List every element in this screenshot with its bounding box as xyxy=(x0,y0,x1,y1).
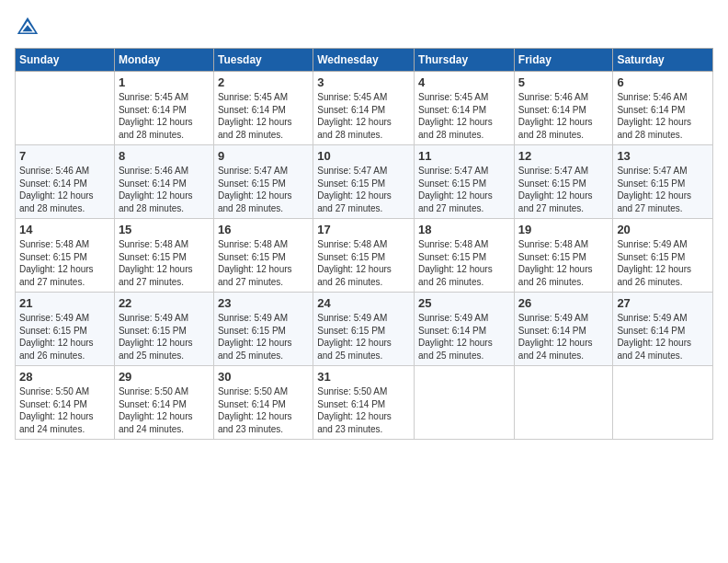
day-number: 27 xyxy=(617,296,709,310)
calendar-cell xyxy=(514,366,613,440)
calendar-cell xyxy=(415,366,515,440)
day-number: 10 xyxy=(317,149,410,163)
day-info: Sunrise: 5:46 AM Sunset: 6:14 PM Dayligh… xyxy=(19,165,110,214)
day-number: 26 xyxy=(518,296,609,310)
calendar-cell: 12Sunrise: 5:47 AM Sunset: 6:15 PM Dayli… xyxy=(514,145,613,219)
calendar-cell: 24Sunrise: 5:49 AM Sunset: 6:15 PM Dayli… xyxy=(313,293,415,366)
day-info: Sunrise: 5:49 AM Sunset: 6:15 PM Dayligh… xyxy=(119,312,210,362)
day-info: Sunrise: 5:45 AM Sunset: 6:14 PM Dayligh… xyxy=(119,91,210,141)
logo xyxy=(15,15,44,40)
day-number: 30 xyxy=(218,370,309,384)
calendar-cell: 21Sunrise: 5:49 AM Sunset: 6:15 PM Dayli… xyxy=(16,293,115,366)
day-info: Sunrise: 5:49 AM Sunset: 6:15 PM Dayligh… xyxy=(19,312,110,362)
column-header-monday: Monday xyxy=(114,49,213,72)
calendar-cell: 13Sunrise: 5:47 AM Sunset: 6:15 PM Dayli… xyxy=(613,145,713,219)
calendar-cell: 8Sunrise: 5:46 AM Sunset: 6:14 PM Daylig… xyxy=(114,145,213,219)
day-number: 18 xyxy=(418,223,510,236)
column-header-thursday: Thursday xyxy=(415,49,515,72)
day-number: 12 xyxy=(518,149,609,163)
day-info: Sunrise: 5:49 AM Sunset: 6:14 PM Dayligh… xyxy=(518,312,609,362)
day-number: 4 xyxy=(418,75,510,89)
calendar-cell: 30Sunrise: 5:50 AM Sunset: 6:14 PM Dayli… xyxy=(213,366,313,440)
calendar-cell: 18Sunrise: 5:48 AM Sunset: 6:15 PM Dayli… xyxy=(415,219,515,293)
day-number: 19 xyxy=(518,223,609,236)
day-info: Sunrise: 5:49 AM Sunset: 6:14 PM Dayligh… xyxy=(418,312,510,362)
day-info: Sunrise: 5:46 AM Sunset: 6:14 PM Dayligh… xyxy=(119,165,210,214)
day-number: 6 xyxy=(617,75,709,89)
calendar-cell: 26Sunrise: 5:49 AM Sunset: 6:14 PM Dayli… xyxy=(514,293,613,366)
calendar-cell: 15Sunrise: 5:48 AM Sunset: 6:15 PM Dayli… xyxy=(114,219,213,293)
day-info: Sunrise: 5:47 AM Sunset: 6:15 PM Dayligh… xyxy=(218,165,309,214)
day-info: Sunrise: 5:49 AM Sunset: 6:15 PM Dayligh… xyxy=(617,238,709,288)
day-info: Sunrise: 5:49 AM Sunset: 6:15 PM Dayligh… xyxy=(218,312,309,362)
day-info: Sunrise: 5:48 AM Sunset: 6:15 PM Dayligh… xyxy=(518,238,609,288)
calendar-cell: 23Sunrise: 5:49 AM Sunset: 6:15 PM Dayli… xyxy=(213,293,313,366)
logo-icon xyxy=(15,15,40,40)
day-number: 3 xyxy=(317,75,410,89)
calendar-cell xyxy=(16,72,115,145)
calendar-week-row: 28Sunrise: 5:50 AM Sunset: 6:14 PM Dayli… xyxy=(16,366,713,440)
calendar-table: SundayMondayTuesdayWednesdayThursdayFrid… xyxy=(15,48,713,440)
column-header-wednesday: Wednesday xyxy=(313,49,415,72)
day-number: 29 xyxy=(119,370,210,384)
calendar-cell: 4Sunrise: 5:45 AM Sunset: 6:14 PM Daylig… xyxy=(415,72,515,145)
day-info: Sunrise: 5:50 AM Sunset: 6:14 PM Dayligh… xyxy=(19,385,110,435)
day-info: Sunrise: 5:50 AM Sunset: 6:14 PM Dayligh… xyxy=(218,385,309,435)
day-info: Sunrise: 5:49 AM Sunset: 6:15 PM Dayligh… xyxy=(317,312,410,362)
day-number: 23 xyxy=(218,296,309,310)
day-info: Sunrise: 5:48 AM Sunset: 6:15 PM Dayligh… xyxy=(418,238,510,288)
calendar-cell: 10Sunrise: 5:47 AM Sunset: 6:15 PM Dayli… xyxy=(313,145,415,219)
column-header-sunday: Sunday xyxy=(16,49,115,72)
day-number: 2 xyxy=(218,75,309,89)
day-info: Sunrise: 5:46 AM Sunset: 6:14 PM Dayligh… xyxy=(518,91,609,141)
column-header-tuesday: Tuesday xyxy=(213,49,313,72)
day-number: 16 xyxy=(218,223,309,236)
day-number: 17 xyxy=(317,223,410,236)
day-info: Sunrise: 5:45 AM Sunset: 6:14 PM Dayligh… xyxy=(418,91,510,141)
day-info: Sunrise: 5:47 AM Sunset: 6:15 PM Dayligh… xyxy=(518,165,609,214)
calendar-cell: 1Sunrise: 5:45 AM Sunset: 6:14 PM Daylig… xyxy=(114,72,213,145)
calendar-cell: 31Sunrise: 5:50 AM Sunset: 6:14 PM Dayli… xyxy=(313,366,415,440)
calendar-cell: 19Sunrise: 5:48 AM Sunset: 6:15 PM Dayli… xyxy=(514,219,613,293)
day-number: 11 xyxy=(418,149,510,163)
day-info: Sunrise: 5:47 AM Sunset: 6:15 PM Dayligh… xyxy=(317,165,410,214)
calendar-cell: 14Sunrise: 5:48 AM Sunset: 6:15 PM Dayli… xyxy=(16,219,115,293)
day-number: 25 xyxy=(418,296,510,310)
day-info: Sunrise: 5:48 AM Sunset: 6:15 PM Dayligh… xyxy=(317,238,410,288)
column-header-saturday: Saturday xyxy=(613,49,713,72)
day-info: Sunrise: 5:50 AM Sunset: 6:14 PM Dayligh… xyxy=(317,385,410,435)
column-header-friday: Friday xyxy=(514,49,613,72)
calendar-cell: 6Sunrise: 5:46 AM Sunset: 6:14 PM Daylig… xyxy=(613,72,713,145)
day-info: Sunrise: 5:45 AM Sunset: 6:14 PM Dayligh… xyxy=(218,91,309,141)
day-info: Sunrise: 5:46 AM Sunset: 6:14 PM Dayligh… xyxy=(617,91,709,141)
day-number: 13 xyxy=(617,149,709,163)
calendar-cell: 9Sunrise: 5:47 AM Sunset: 6:15 PM Daylig… xyxy=(213,145,313,219)
day-number: 21 xyxy=(19,296,110,310)
calendar-cell: 11Sunrise: 5:47 AM Sunset: 6:15 PM Dayli… xyxy=(415,145,515,219)
calendar-cell: 7Sunrise: 5:46 AM Sunset: 6:14 PM Daylig… xyxy=(16,145,115,219)
day-info: Sunrise: 5:48 AM Sunset: 6:15 PM Dayligh… xyxy=(218,238,309,288)
day-number: 31 xyxy=(317,370,410,384)
day-number: 24 xyxy=(317,296,410,310)
day-info: Sunrise: 5:47 AM Sunset: 6:15 PM Dayligh… xyxy=(617,165,709,214)
day-number: 28 xyxy=(19,370,110,384)
calendar-cell: 20Sunrise: 5:49 AM Sunset: 6:15 PM Dayli… xyxy=(613,219,713,293)
day-info: Sunrise: 5:47 AM Sunset: 6:15 PM Dayligh… xyxy=(418,165,510,214)
calendar-week-row: 21Sunrise: 5:49 AM Sunset: 6:15 PM Dayli… xyxy=(16,293,713,366)
calendar-cell: 27Sunrise: 5:49 AM Sunset: 6:14 PM Dayli… xyxy=(613,293,713,366)
day-number: 5 xyxy=(518,75,609,89)
day-info: Sunrise: 5:48 AM Sunset: 6:15 PM Dayligh… xyxy=(119,238,210,288)
day-number: 1 xyxy=(119,75,210,89)
calendar-cell: 29Sunrise: 5:50 AM Sunset: 6:14 PM Dayli… xyxy=(114,366,213,440)
calendar-cell: 2Sunrise: 5:45 AM Sunset: 6:14 PM Daylig… xyxy=(213,72,313,145)
day-number: 7 xyxy=(19,149,110,163)
calendar-cell: 5Sunrise: 5:46 AM Sunset: 6:14 PM Daylig… xyxy=(514,72,613,145)
calendar-cell: 3Sunrise: 5:45 AM Sunset: 6:14 PM Daylig… xyxy=(313,72,415,145)
day-number: 9 xyxy=(218,149,309,163)
day-number: 8 xyxy=(119,149,210,163)
day-info: Sunrise: 5:45 AM Sunset: 6:14 PM Dayligh… xyxy=(317,91,410,141)
calendar-header-row: SundayMondayTuesdayWednesdayThursdayFrid… xyxy=(16,49,713,72)
page-header xyxy=(15,15,713,40)
calendar-week-row: 7Sunrise: 5:46 AM Sunset: 6:14 PM Daylig… xyxy=(16,145,713,219)
day-info: Sunrise: 5:48 AM Sunset: 6:15 PM Dayligh… xyxy=(19,238,110,288)
